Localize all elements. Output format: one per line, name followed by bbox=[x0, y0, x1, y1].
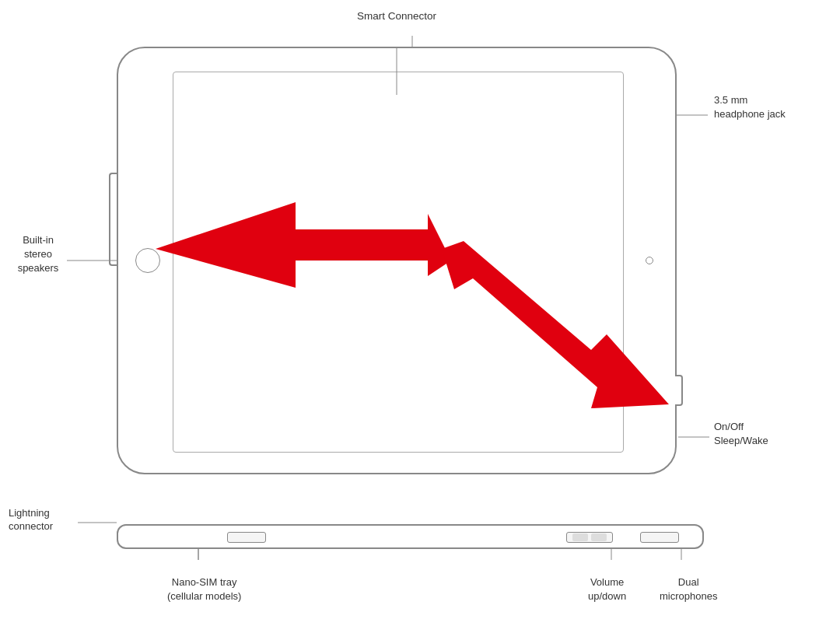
mic-grille bbox=[640, 532, 679, 543]
nano-sim-label: Nano-SIM tray (cellular models) bbox=[167, 575, 241, 603]
volume-bracket bbox=[109, 173, 118, 266]
volume-label: Volume up/down bbox=[588, 575, 626, 603]
tablet-body bbox=[117, 47, 677, 474]
power-label: On/Off Sleep/Wake bbox=[714, 420, 768, 448]
tablet-front-view bbox=[117, 47, 677, 474]
lightning-connector-label: Lightning connector bbox=[9, 506, 71, 533]
power-button bbox=[675, 375, 683, 406]
home-button bbox=[135, 248, 160, 273]
smart-connector-line bbox=[397, 47, 397, 95]
volume-btn-inner bbox=[572, 533, 588, 541]
volume-btn-inner-2 bbox=[591, 533, 607, 541]
side-camera bbox=[646, 257, 653, 264]
diagram-container: Smart Connector 3.5 mm headphone jack Bu… bbox=[0, 0, 840, 619]
lightning-port bbox=[227, 532, 266, 543]
tablet-bottom-view bbox=[117, 524, 704, 549]
tablet-screen bbox=[173, 72, 624, 453]
speakers-label: Built-in stereo speakers bbox=[11, 233, 65, 276]
microphones-label: Dual microphones bbox=[660, 575, 717, 603]
volume-buttons bbox=[566, 532, 613, 543]
bottom-body bbox=[117, 524, 704, 549]
headphone-jack-label: 3.5 mm headphone jack bbox=[714, 93, 786, 121]
smart-connector-label: Smart Connector bbox=[357, 9, 436, 24]
